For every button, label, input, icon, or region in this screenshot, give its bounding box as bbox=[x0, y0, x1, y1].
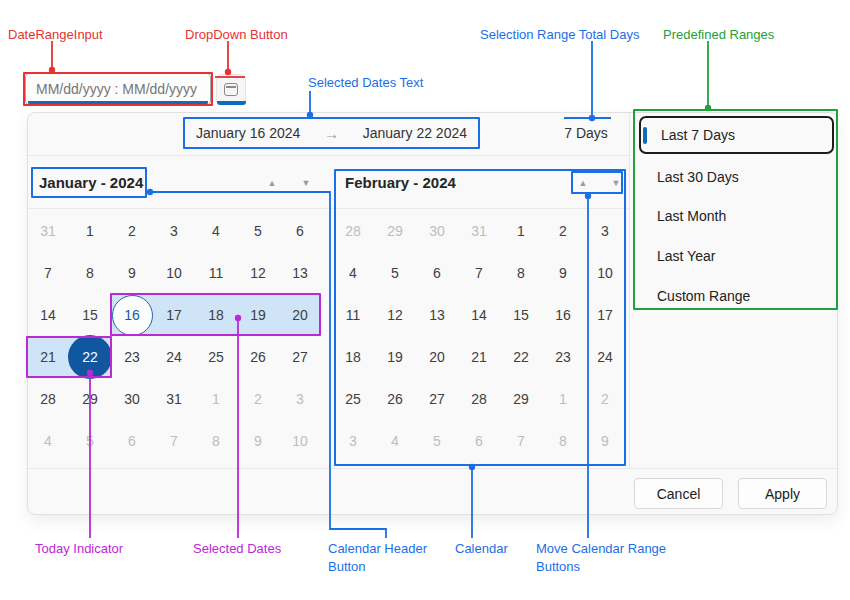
day-cell[interactable]: 22 bbox=[500, 336, 542, 378]
day-cell[interactable]: 21 bbox=[27, 336, 69, 378]
day-cell[interactable]: 25 bbox=[332, 378, 374, 420]
preset-item-last-30-days[interactable]: Last 30 Days bbox=[634, 157, 836, 197]
day-cell[interactable]: 27 bbox=[279, 336, 321, 378]
day-cell[interactable]: 20 bbox=[279, 294, 321, 336]
day-cell[interactable]: 11 bbox=[332, 294, 374, 336]
day-cell[interactable]: 29 bbox=[69, 378, 111, 420]
day-cell[interactable]: 3 bbox=[584, 210, 626, 252]
day-cell[interactable]: 2 bbox=[542, 210, 584, 252]
day-cell[interactable]: 24 bbox=[153, 336, 195, 378]
day-cell[interactable]: 29 bbox=[500, 378, 542, 420]
day-cell[interactable]: 2 bbox=[111, 210, 153, 252]
february-move-up-icon[interactable]: ▲ bbox=[576, 176, 590, 190]
day-cell[interactable]: 17 bbox=[153, 294, 195, 336]
day-cell[interactable]: 10 bbox=[584, 252, 626, 294]
label-dropdown-button: DropDown Button bbox=[185, 26, 288, 44]
day-cell[interactable]: 3 bbox=[279, 378, 321, 420]
day-cell[interactable]: 22 bbox=[69, 336, 111, 378]
day-cell[interactable]: 4 bbox=[195, 210, 237, 252]
january-move-up-icon[interactable]: ▲ bbox=[265, 176, 279, 190]
day-cell[interactable]: 11 bbox=[195, 252, 237, 294]
day-cell[interactable]: 24 bbox=[584, 336, 626, 378]
day-cell[interactable]: 16 bbox=[111, 294, 153, 336]
preset-item-last-year[interactable]: Last Year bbox=[634, 236, 836, 276]
day-cell[interactable]: 6 bbox=[416, 252, 458, 294]
day-cell[interactable]: 8 bbox=[195, 420, 237, 462]
day-cell[interactable]: 6 bbox=[111, 420, 153, 462]
day-cell[interactable]: 8 bbox=[542, 420, 584, 462]
day-cell[interactable]: 25 bbox=[195, 336, 237, 378]
day-cell[interactable]: 28 bbox=[458, 378, 500, 420]
day-cell[interactable]: 7 bbox=[27, 252, 69, 294]
date-range-placeholder: MM/dd/yyyy : MM/dd/yyyy bbox=[36, 81, 197, 97]
preset-item-last-month[interactable]: Last Month bbox=[634, 196, 836, 236]
day-cell[interactable]: 10 bbox=[279, 420, 321, 462]
day-cell[interactable]: 23 bbox=[542, 336, 584, 378]
day-cell[interactable]: 20 bbox=[416, 336, 458, 378]
day-cell[interactable]: 30 bbox=[111, 378, 153, 420]
cancel-button[interactable]: Cancel bbox=[634, 478, 723, 509]
january-move-down-icon[interactable]: ▼ bbox=[299, 176, 313, 190]
day-cell[interactable]: 4 bbox=[332, 252, 374, 294]
day-cell[interactable]: 15 bbox=[69, 294, 111, 336]
day-cell[interactable]: 5 bbox=[374, 252, 416, 294]
day-cell[interactable]: 8 bbox=[500, 252, 542, 294]
day-cell[interactable]: 19 bbox=[374, 336, 416, 378]
day-cell[interactable]: 31 bbox=[153, 378, 195, 420]
day-cell[interactable]: 12 bbox=[237, 252, 279, 294]
day-cell[interactable]: 5 bbox=[416, 420, 458, 462]
day-cell[interactable]: 10 bbox=[153, 252, 195, 294]
day-cell[interactable]: 1 bbox=[69, 210, 111, 252]
day-cell[interactable]: 6 bbox=[458, 420, 500, 462]
day-cell[interactable]: 13 bbox=[416, 294, 458, 336]
day-cell[interactable]: 13 bbox=[279, 252, 321, 294]
day-cell[interactable]: 7 bbox=[458, 252, 500, 294]
day-cell[interactable]: 31 bbox=[27, 210, 69, 252]
day-cell[interactable]: 2 bbox=[584, 378, 626, 420]
day-cell[interactable]: 2 bbox=[237, 378, 279, 420]
day-cell[interactable]: 6 bbox=[279, 210, 321, 252]
day-cell[interactable]: 28 bbox=[27, 378, 69, 420]
day-cell[interactable]: 7 bbox=[500, 420, 542, 462]
day-cell[interactable]: 19 bbox=[237, 294, 279, 336]
day-cell[interactable]: 15 bbox=[500, 294, 542, 336]
preset-item-last-7-days[interactable]: Last 7 Days bbox=[634, 115, 836, 155]
day-cell[interactable]: 5 bbox=[69, 420, 111, 462]
day-cell[interactable]: 8 bbox=[69, 252, 111, 294]
day-cell[interactable]: 17 bbox=[584, 294, 626, 336]
day-cell[interactable]: 14 bbox=[458, 294, 500, 336]
day-cell[interactable]: 27 bbox=[416, 378, 458, 420]
day-cell[interactable]: 26 bbox=[237, 336, 279, 378]
day-cell[interactable]: 9 bbox=[542, 252, 584, 294]
day-cell[interactable]: 26 bbox=[374, 378, 416, 420]
day-cell[interactable]: 3 bbox=[153, 210, 195, 252]
day-cell[interactable]: 4 bbox=[27, 420, 69, 462]
apply-button[interactable]: Apply bbox=[738, 478, 827, 509]
day-cell[interactable]: 23 bbox=[111, 336, 153, 378]
day-cell[interactable]: 21 bbox=[458, 336, 500, 378]
day-cell[interactable]: 4 bbox=[374, 420, 416, 462]
day-cell[interactable]: 31 bbox=[458, 210, 500, 252]
day-cell[interactable]: 18 bbox=[195, 294, 237, 336]
calendar-header-button-february[interactable]: February - 2024 bbox=[345, 174, 456, 191]
day-cell[interactable]: 3 bbox=[332, 420, 374, 462]
day-cell[interactable]: 1 bbox=[195, 378, 237, 420]
day-cell[interactable]: 30 bbox=[416, 210, 458, 252]
day-cell[interactable]: 28 bbox=[332, 210, 374, 252]
day-cell[interactable]: 9 bbox=[111, 252, 153, 294]
day-cell[interactable]: 1 bbox=[500, 210, 542, 252]
day-cell[interactable]: 9 bbox=[237, 420, 279, 462]
day-cell[interactable]: 14 bbox=[27, 294, 69, 336]
calendar-header-button-january[interactable]: January - 2024 bbox=[39, 174, 143, 191]
day-cell[interactable]: 1 bbox=[542, 378, 584, 420]
preset-item-custom-range[interactable]: Custom Range bbox=[634, 276, 836, 316]
callout-total-days bbox=[564, 41, 611, 121]
day-cell[interactable]: 5 bbox=[237, 210, 279, 252]
february-move-down-icon[interactable]: ▼ bbox=[609, 176, 623, 190]
day-cell[interactable]: 7 bbox=[153, 420, 195, 462]
day-cell[interactable]: 29 bbox=[374, 210, 416, 252]
day-cell[interactable]: 16 bbox=[542, 294, 584, 336]
day-cell[interactable]: 9 bbox=[584, 420, 626, 462]
day-cell[interactable]: 18 bbox=[332, 336, 374, 378]
day-cell[interactable]: 12 bbox=[374, 294, 416, 336]
